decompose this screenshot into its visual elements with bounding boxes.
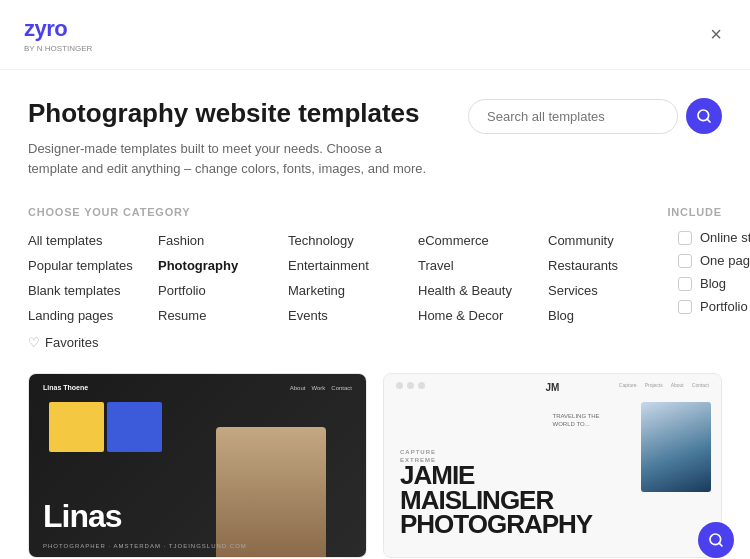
linas-nav-work: Work — [311, 385, 325, 391]
linas-nav-name: Linas Thoene — [43, 384, 88, 391]
svg-line-1 — [707, 119, 710, 122]
linas-person-image — [216, 427, 326, 557]
heart-icon: ♡ — [28, 335, 40, 350]
category-col-2: Fashion Photography Portfolio Resume — [158, 230, 288, 353]
search-input[interactable] — [468, 99, 678, 134]
include-section: Online store One page Blog Portfolio — [678, 230, 750, 314]
fab-search-button[interactable] — [698, 522, 734, 558]
jamie-main-text: CAPTURE EXTREME JAMIE MAISLINGER PHOTOGR… — [400, 449, 592, 537]
logo-text: zyro — [24, 16, 92, 42]
jamie-window-dots — [396, 382, 425, 389]
category-header: CHOOSE YOUR CATEGORY INCLUDE — [28, 206, 722, 218]
close-button[interactable]: × — [706, 19, 726, 50]
jamie-big-name: JAMIE MAISLINGER PHOTOGRAPHY — [400, 463, 592, 537]
search-wrapper — [468, 98, 722, 134]
jamie-logo: JM — [546, 382, 560, 393]
jamie-traveling-text: TRAVELING THEWORLD TO... — [553, 412, 600, 429]
checkbox-blog[interactable] — [678, 277, 692, 291]
jamie-nav-projects: Projects — [645, 382, 663, 388]
include-blog-label: Blog — [700, 276, 726, 291]
category-col-3: Technology Entertainment Marketing Event… — [288, 230, 418, 353]
category-services[interactable]: Services — [548, 280, 678, 301]
jamie-nav-capture: Capture — [619, 382, 637, 388]
include-one-page-label: One page — [700, 253, 750, 268]
linas-title-text: Linas — [43, 498, 122, 535]
templates-grid: Linas Thoene About Work Contact Linas PH… — [28, 373, 722, 558]
jamie-dot-3 — [418, 382, 425, 389]
category-portfolio[interactable]: Portfolio — [158, 280, 288, 301]
include-one-page: One page — [678, 253, 750, 268]
category-photography[interactable]: Photography — [158, 255, 288, 276]
category-blog[interactable]: Blog — [548, 305, 678, 326]
hero-text: Photography website templates Designer-m… — [28, 98, 428, 178]
template-card-linas[interactable]: Linas Thoene About Work Contact Linas PH… — [28, 373, 367, 558]
jamie-dot-2 — [407, 382, 414, 389]
category-restaurants[interactable]: Restaurants — [548, 255, 678, 276]
category-ecommerce[interactable]: eCommerce — [418, 230, 548, 251]
include-portfolio-label: Portfolio — [700, 299, 748, 314]
category-col-1: All templates Popular templates Blank te… — [28, 230, 158, 353]
category-fashion[interactable]: Fashion — [158, 230, 288, 251]
jamie-template-inner: JM Capture Projects About Contact TRAVEL… — [384, 374, 721, 557]
include-blog: Blog — [678, 276, 750, 291]
linas-blue-image — [107, 402, 162, 452]
template-card-jamie[interactable]: JM Capture Projects About Contact TRAVEL… — [383, 373, 722, 558]
jamie-nav-contact: Contact — [692, 382, 709, 388]
favorites-label: Favorites — [45, 335, 98, 350]
category-travel[interactable]: Travel — [418, 255, 548, 276]
linas-nav: Linas Thoene About Work Contact — [43, 384, 352, 391]
category-technology[interactable]: Technology — [288, 230, 418, 251]
app-header: zyro BY N HOSTINGER × — [0, 0, 750, 70]
fab-search-icon — [708, 532, 724, 548]
category-label: CHOOSE YOUR CATEGORY — [28, 206, 190, 218]
category-events[interactable]: Events — [288, 305, 418, 326]
jamie-skier-image — [641, 402, 711, 492]
linas-nav-links: About Work Contact — [290, 385, 352, 391]
hero-section: Photography website templates Designer-m… — [28, 98, 722, 178]
include-portfolio: Portfolio — [678, 299, 750, 314]
category-marketing[interactable]: Marketing — [288, 280, 418, 301]
linas-nav-about: About — [290, 385, 306, 391]
search-icon — [696, 108, 712, 124]
category-landing-pages[interactable]: Landing pages — [28, 305, 158, 326]
main-content: Photography website templates Designer-m… — [0, 70, 750, 559]
category-community[interactable]: Community — [548, 230, 678, 251]
linas-template-inner: Linas Thoene About Work Contact Linas PH… — [29, 374, 366, 557]
category-resume[interactable]: Resume — [158, 305, 288, 326]
category-blank-templates[interactable]: Blank templates — [28, 280, 158, 301]
logo: zyro BY N HOSTINGER — [24, 16, 92, 53]
category-home-decor[interactable]: Home & Decor — [418, 305, 548, 326]
linas-yellow-image — [49, 402, 104, 452]
checkbox-portfolio[interactable] — [678, 300, 692, 314]
include-label: INCLUDE — [668, 206, 723, 218]
category-section: CHOOSE YOUR CATEGORY INCLUDE All templat… — [28, 206, 722, 353]
include-online-store-label: Online store — [700, 230, 750, 245]
category-all-templates[interactable]: All templates — [28, 230, 158, 251]
page-title: Photography website templates — [28, 98, 428, 129]
linas-nav-contact: Contact — [331, 385, 352, 391]
jamie-nav-about: About — [671, 382, 684, 388]
jamie-capture-label: CAPTURE — [400, 449, 592, 455]
category-col-4: eCommerce Travel Health & Beauty Home & … — [418, 230, 548, 353]
include-online-store: Online store — [678, 230, 750, 245]
linas-background: Linas Thoene About Work Contact Linas PH… — [29, 374, 366, 557]
jamie-photo — [641, 402, 711, 492]
search-button[interactable] — [686, 98, 722, 134]
hero-description: Designer-made templates built to meet yo… — [28, 139, 428, 178]
jamie-background: JM Capture Projects About Contact TRAVEL… — [384, 374, 721, 557]
category-col-5: Community Restaurants Services Blog — [548, 230, 678, 353]
jamie-dot-1 — [396, 382, 403, 389]
checkbox-one-page[interactable] — [678, 254, 692, 268]
checkbox-online-store[interactable] — [678, 231, 692, 245]
linas-subtitle: PHOTOGRAPHER · AMSTERDAM · TJOEINGSLUND.… — [43, 543, 247, 549]
category-health-beauty[interactable]: Health & Beauty — [418, 280, 548, 301]
logo-sub: BY N HOSTINGER — [24, 44, 92, 53]
jamie-nav: Capture Projects About Contact — [619, 382, 709, 388]
favorites-row[interactable]: ♡ Favorites — [28, 332, 158, 353]
category-entertainment[interactable]: Entertainment — [288, 255, 418, 276]
svg-line-3 — [719, 543, 722, 546]
category-popular-templates[interactable]: Popular templates — [28, 255, 158, 276]
